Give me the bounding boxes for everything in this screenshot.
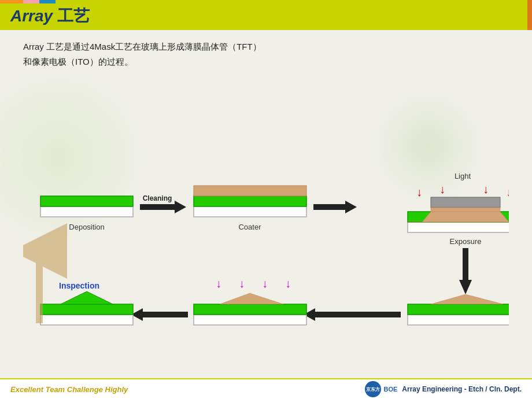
footer-tagline: Excellent Team Challenge Highly xyxy=(10,385,128,394)
step-deposition: Deposition xyxy=(40,196,133,231)
svg-text:↓: ↓ xyxy=(483,183,489,195)
intro-line1: Array 工艺是通过4Mask工艺在玻璃上形成薄膜晶体管（TFT） xyxy=(23,39,509,54)
svg-text:Coater: Coater xyxy=(238,223,261,231)
arrow-exposure-development xyxy=(459,248,472,294)
svg-rect-17 xyxy=(431,197,500,208)
accent-pink xyxy=(23,0,39,3)
svg-text:Deposition: Deposition xyxy=(69,223,104,231)
svg-rect-29 xyxy=(315,312,401,317)
page-title: Array 工艺 xyxy=(10,5,90,27)
footer-right: 京东方 BOE Array Engineering - Etch / Cln. … xyxy=(365,381,522,397)
intro-paragraph: Array 工艺是通过4Mask工艺在玻璃上形成薄膜晶体管（TFT） 和像素电极… xyxy=(23,39,509,69)
company-name: Array Engineering - Etch / Cln. Dept. xyxy=(402,385,522,393)
svg-text:↓: ↓ xyxy=(285,277,291,290)
title-array: Array xyxy=(10,7,53,25)
svg-rect-6 xyxy=(194,206,306,217)
step-development: Development xyxy=(408,294,509,329)
svg-text:Exposure: Exposure xyxy=(450,237,482,246)
svg-rect-26 xyxy=(408,304,509,315)
svg-rect-35 xyxy=(194,315,306,325)
arrow-cleaning: Cleaning xyxy=(140,194,186,213)
svg-rect-21 xyxy=(431,208,500,212)
header: Array 工艺 xyxy=(0,0,532,30)
arrow-development-etch xyxy=(304,308,401,321)
arrow-coater-exposure xyxy=(313,201,357,213)
svg-rect-39 xyxy=(143,312,188,317)
footer: Excellent Team Challenge Highly 京东方 BOE … xyxy=(0,378,532,399)
step-coater: Coater xyxy=(194,186,306,231)
svg-text:↓: ↓ xyxy=(439,183,445,195)
svg-rect-25 xyxy=(408,315,509,325)
svg-marker-11 xyxy=(345,201,357,213)
svg-rect-41 xyxy=(40,315,133,325)
step-exposure: Light ↓ ↓ ↓ ↓ Exposure xyxy=(408,172,509,246)
svg-text:↓: ↓ xyxy=(506,186,509,198)
svg-text:↓: ↓ xyxy=(239,277,245,290)
svg-rect-23 xyxy=(463,248,468,280)
boe-inner-text: 京东方 xyxy=(366,386,380,393)
svg-marker-24 xyxy=(459,280,472,294)
svg-text:↓: ↓ xyxy=(416,186,422,198)
boe-logo: 京东方 BOE xyxy=(365,381,397,397)
svg-text:Cleaning: Cleaning xyxy=(143,194,172,202)
header-right-accent xyxy=(527,0,532,30)
intro-line2: 和像素电极（ITO）的过程。 xyxy=(23,54,509,69)
svg-rect-7 xyxy=(194,196,306,206)
svg-marker-27 xyxy=(431,294,503,304)
svg-rect-8 xyxy=(194,186,306,196)
svg-rect-3 xyxy=(140,204,175,210)
svg-marker-37 xyxy=(220,293,283,304)
step-strip: Strip xyxy=(40,291,133,329)
boe-circle-icon: 京东方 xyxy=(365,381,381,397)
title-rest: 工艺 xyxy=(53,7,90,25)
svg-rect-1 xyxy=(40,196,133,206)
accent-blue xyxy=(39,0,56,3)
svg-text:↓: ↓ xyxy=(262,277,268,290)
main-content: Array 工艺是通过4Mask工艺在玻璃上形成薄膜晶体管（TFT） 和像素电极… xyxy=(0,30,532,335)
svg-rect-0 xyxy=(40,206,133,217)
arrow-etch-strip xyxy=(131,308,188,321)
svg-text:Light: Light xyxy=(455,172,471,180)
accent-orange xyxy=(0,0,23,3)
step-etch: ↓ ↓ ↓ ↓ Etch xyxy=(194,277,306,329)
svg-rect-18 xyxy=(408,222,509,232)
boe-label: BOE xyxy=(383,386,397,393)
svg-text:Inspection: Inspection xyxy=(59,281,99,290)
accent-bar xyxy=(0,0,532,3)
svg-marker-4 xyxy=(175,201,186,213)
accent-rest xyxy=(56,0,532,3)
svg-rect-42 xyxy=(40,304,133,315)
svg-marker-43 xyxy=(61,291,113,304)
svg-rect-36 xyxy=(194,304,306,315)
process-diagram: Deposition Cleaning Coater Light ↓ xyxy=(23,80,509,329)
svg-rect-10 xyxy=(313,204,345,210)
svg-text:↓: ↓ xyxy=(216,277,221,290)
